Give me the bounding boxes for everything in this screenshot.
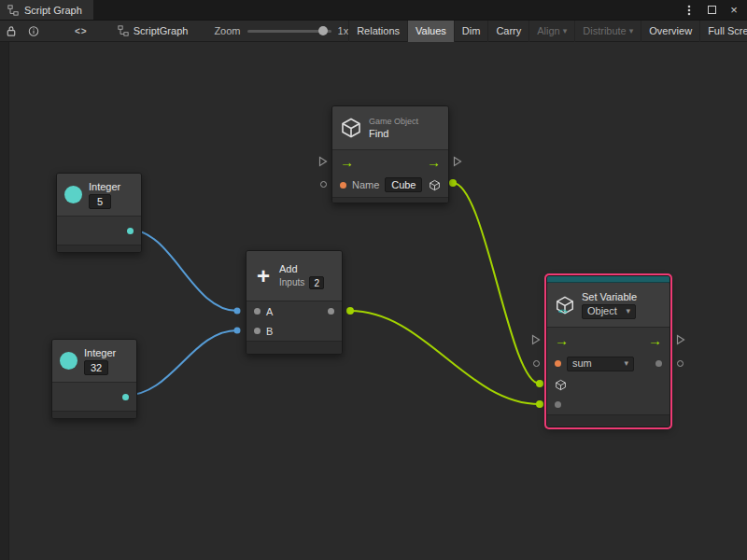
maximize-icon[interactable] — [706, 5, 717, 16]
value-output-port[interactable] — [655, 360, 662, 367]
wire-int32-to-add-b[interactable] — [124, 330, 237, 396]
node-category: Game Object — [369, 117, 418, 126]
toolbar-button-relations[interactable]: Relations — [348, 21, 407, 42]
chevron-down-icon: ▾ — [626, 304, 630, 318]
name-value-field[interactable]: Cube — [385, 177, 422, 192]
node-footer — [247, 341, 342, 354]
toolbar-button-carry[interactable]: Carry — [487, 21, 529, 42]
graph-toolbar: <> ScriptGraph Zoom 1x Relations Values … — [0, 21, 747, 42]
wire-add-to-setvar-value[interactable] — [350, 311, 540, 404]
window-controls: × — [684, 0, 747, 20]
value-input-port[interactable] — [555, 401, 561, 408]
graph-canvas[interactable]: Integer 5 Integer 32 + Add — [0, 42, 747, 560]
chevron-down-icon: ▾ — [629, 26, 634, 35]
integer-type-icon — [60, 352, 78, 370]
window-menu-icon[interactable] — [684, 5, 695, 16]
toolbar-button-align[interactable]: Align ▾ — [529, 21, 574, 42]
breadcrumb[interactable]: ScriptGraph — [118, 25, 189, 36]
flow-out-arrow-icon[interactable]: → — [648, 333, 662, 347]
flow-out-arrow-icon[interactable]: → — [427, 155, 441, 169]
node-add[interactable]: + Add Inputs 2 A B — [246, 250, 343, 355]
toolbar-button-distribute[interactable]: Distribute ▾ — [574, 21, 641, 42]
add-icon: + — [254, 265, 273, 287]
port-label-a: A — [266, 306, 273, 317]
flow-in-pin[interactable] — [318, 156, 328, 167]
flow-in-arrow-icon[interactable]: → — [555, 333, 569, 347]
chevron-down-icon: ▾ — [624, 357, 628, 371]
graph-icon — [118, 25, 129, 36]
node-header: Game Object Find — [332, 106, 448, 150]
wire-find-to-setvar-target[interactable] — [453, 183, 540, 384]
flow-in-pin[interactable] — [531, 334, 541, 345]
input-port-a[interactable] — [254, 308, 261, 315]
graph-name: ScriptGraph — [134, 25, 189, 36]
inputs-count-field[interactable]: 2 — [309, 276, 324, 289]
name-in-pin[interactable] — [533, 360, 540, 367]
zoom-slider-handle[interactable] — [318, 26, 328, 35]
node-integer-32[interactable]: Integer 32 — [51, 339, 137, 419]
chevron-down-icon: ▾ — [563, 26, 568, 35]
flow-row: → → — [332, 150, 448, 173]
name-in-pin[interactable] — [320, 181, 327, 188]
variable-name-dropdown[interactable]: sum ▾ — [567, 357, 634, 371]
gameobject-cube-icon — [340, 117, 362, 139]
node-gameobject-find[interactable]: Game Object Find → → Name Cube — [331, 105, 449, 203]
graph-icon — [7, 5, 19, 16]
name-input-port[interactable] — [340, 182, 346, 189]
node-header: Integer 32 — [52, 340, 136, 383]
zoom-value: 1x — [338, 25, 349, 36]
node-title: Find — [369, 128, 418, 139]
toolbar-button-fullscreen[interactable]: Full Screen — [699, 21, 747, 42]
integer-type-icon — [64, 186, 82, 203]
node-header: Integer 5 — [57, 174, 141, 217]
toolbar-button-overview[interactable]: Overview — [641, 21, 699, 42]
node-header: + Add Inputs 2 — [247, 251, 342, 301]
output-port[interactable] — [122, 394, 129, 400]
target-gameobject-port-icon[interactable] — [555, 379, 567, 391]
node-header: <> Set Variable Object ▾ — [547, 283, 669, 328]
value-out-pin[interactable] — [677, 360, 684, 367]
port-row-a: A — [247, 301, 342, 321]
canvas-left-gutter — [0, 42, 9, 560]
node-title: Integer — [84, 347, 116, 358]
wire-int5-to-add-a[interactable] — [129, 230, 237, 311]
zoom-control: Zoom 1x — [214, 25, 348, 36]
code-view-icon[interactable]: <> — [69, 21, 93, 42]
variable-name-row: sum ▾ — [547, 352, 669, 375]
output-port[interactable] — [127, 228, 134, 234]
flow-out-pin[interactable] — [453, 156, 462, 167]
tab-script-graph[interactable]: Script Graph — [0, 0, 93, 20]
wire-end-dot — [536, 380, 543, 387]
wire-end-dot — [346, 307, 354, 315]
input-port-b[interactable] — [254, 328, 261, 334]
flow-row: → → — [547, 328, 669, 352]
toolbar-buttons: Relations Values Dim Carry Align ▾ Distr… — [348, 21, 747, 42]
integer-value-field[interactable]: 32 — [84, 360, 108, 375]
close-icon[interactable]: × — [728, 5, 740, 16]
node-title: Set Variable — [582, 291, 637, 302]
node-footer — [52, 411, 136, 418]
wire-end-dot — [234, 328, 241, 334]
variable-name-port[interactable] — [555, 360, 561, 367]
lock-icon[interactable] — [0, 21, 22, 42]
info-icon[interactable] — [22, 21, 45, 42]
node-set-variable[interactable]: <> Set Variable Object ▾ → → sum ▾ — [546, 275, 670, 427]
variable-scope-dropdown[interactable]: Object ▾ — [582, 304, 636, 319]
gameobject-output-port-icon[interactable] — [429, 179, 441, 191]
wire-end-dot — [234, 308, 241, 315]
target-row — [547, 375, 669, 395]
zoom-slider[interactable] — [247, 25, 331, 36]
node-title: Add — [279, 263, 324, 274]
inputs-label: Inputs — [279, 277, 304, 287]
param-label: Name — [352, 179, 379, 190]
flow-in-arrow-icon[interactable]: → — [340, 155, 354, 169]
flow-out-pin[interactable] — [676, 334, 685, 345]
integer-value-field[interactable]: 5 — [89, 194, 111, 209]
toolbar-button-values[interactable]: Values — [407, 21, 454, 42]
toolbar-button-dim[interactable]: Dim — [454, 21, 488, 42]
node-integer-5[interactable]: Integer 5 — [56, 173, 142, 253]
node-footer — [547, 414, 669, 427]
name-param-row: Name Cube — [332, 173, 448, 197]
output-port-sum[interactable] — [328, 308, 334, 315]
zoom-label: Zoom — [214, 25, 240, 36]
